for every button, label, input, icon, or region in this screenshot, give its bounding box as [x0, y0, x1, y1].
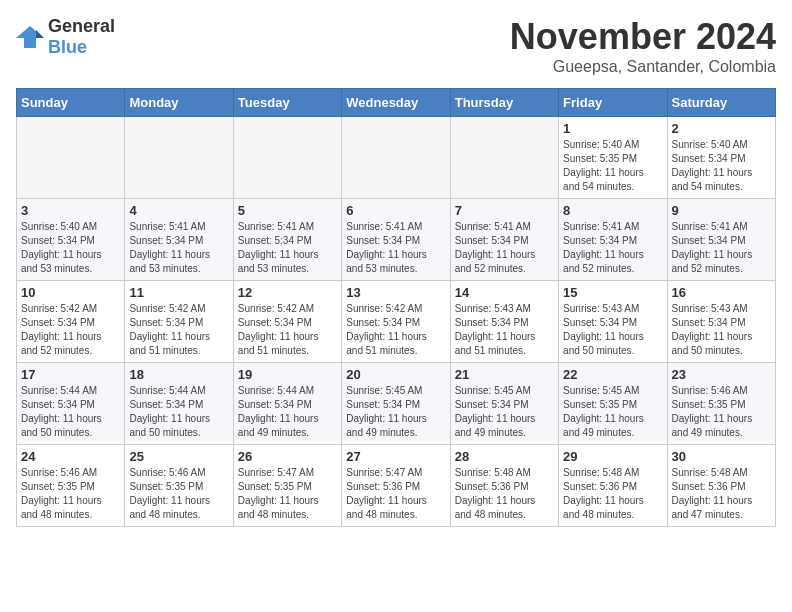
svg-marker-1: [36, 30, 44, 38]
calendar-cell: 11Sunrise: 5:42 AM Sunset: 5:34 PM Dayli…: [125, 281, 233, 363]
calendar-cell: 7Sunrise: 5:41 AM Sunset: 5:34 PM Daylig…: [450, 199, 558, 281]
day-info: Sunrise: 5:41 AM Sunset: 5:34 PM Dayligh…: [563, 220, 662, 276]
calendar-cell: 10Sunrise: 5:42 AM Sunset: 5:34 PM Dayli…: [17, 281, 125, 363]
calendar-cell: [17, 117, 125, 199]
calendar-cell: 21Sunrise: 5:45 AM Sunset: 5:34 PM Dayli…: [450, 363, 558, 445]
day-number: 15: [563, 285, 662, 300]
day-info: Sunrise: 5:42 AM Sunset: 5:34 PM Dayligh…: [21, 302, 120, 358]
weekday-header: Sunday: [17, 89, 125, 117]
day-number: 23: [672, 367, 771, 382]
day-number: 12: [238, 285, 337, 300]
day-info: Sunrise: 5:47 AM Sunset: 5:36 PM Dayligh…: [346, 466, 445, 522]
calendar-cell: 24Sunrise: 5:46 AM Sunset: 5:35 PM Dayli…: [17, 445, 125, 527]
day-number: 16: [672, 285, 771, 300]
calendar-cell: 23Sunrise: 5:46 AM Sunset: 5:35 PM Dayli…: [667, 363, 775, 445]
day-info: Sunrise: 5:44 AM Sunset: 5:34 PM Dayligh…: [129, 384, 228, 440]
day-info: Sunrise: 5:46 AM Sunset: 5:35 PM Dayligh…: [129, 466, 228, 522]
day-info: Sunrise: 5:40 AM Sunset: 5:34 PM Dayligh…: [21, 220, 120, 276]
calendar-cell: 4Sunrise: 5:41 AM Sunset: 5:34 PM Daylig…: [125, 199, 233, 281]
location: Gueepsa, Santander, Colombia: [510, 58, 776, 76]
day-info: Sunrise: 5:40 AM Sunset: 5:34 PM Dayligh…: [672, 138, 771, 194]
day-number: 25: [129, 449, 228, 464]
day-info: Sunrise: 5:48 AM Sunset: 5:36 PM Dayligh…: [672, 466, 771, 522]
month-title: November 2024: [510, 16, 776, 58]
calendar-cell: [450, 117, 558, 199]
calendar-cell: [342, 117, 450, 199]
day-number: 24: [21, 449, 120, 464]
day-info: Sunrise: 5:48 AM Sunset: 5:36 PM Dayligh…: [563, 466, 662, 522]
day-number: 13: [346, 285, 445, 300]
day-number: 5: [238, 203, 337, 218]
day-info: Sunrise: 5:45 AM Sunset: 5:34 PM Dayligh…: [346, 384, 445, 440]
logo-blue: Blue: [48, 37, 87, 57]
calendar-cell: 5Sunrise: 5:41 AM Sunset: 5:34 PM Daylig…: [233, 199, 341, 281]
title-section: November 2024 Gueepsa, Santander, Colomb…: [510, 16, 776, 76]
calendar-cell: 9Sunrise: 5:41 AM Sunset: 5:34 PM Daylig…: [667, 199, 775, 281]
day-info: Sunrise: 5:45 AM Sunset: 5:34 PM Dayligh…: [455, 384, 554, 440]
calendar-cell: 29Sunrise: 5:48 AM Sunset: 5:36 PM Dayli…: [559, 445, 667, 527]
weekday-header: Saturday: [667, 89, 775, 117]
calendar-week-row: 24Sunrise: 5:46 AM Sunset: 5:35 PM Dayli…: [17, 445, 776, 527]
day-number: 8: [563, 203, 662, 218]
calendar-cell: 8Sunrise: 5:41 AM Sunset: 5:34 PM Daylig…: [559, 199, 667, 281]
calendar-cell: 18Sunrise: 5:44 AM Sunset: 5:34 PM Dayli…: [125, 363, 233, 445]
day-info: Sunrise: 5:43 AM Sunset: 5:34 PM Dayligh…: [455, 302, 554, 358]
calendar-cell: 25Sunrise: 5:46 AM Sunset: 5:35 PM Dayli…: [125, 445, 233, 527]
day-number: 9: [672, 203, 771, 218]
calendar-cell: 19Sunrise: 5:44 AM Sunset: 5:34 PM Dayli…: [233, 363, 341, 445]
day-info: Sunrise: 5:41 AM Sunset: 5:34 PM Dayligh…: [346, 220, 445, 276]
day-number: 2: [672, 121, 771, 136]
logo: General Blue: [16, 16, 115, 58]
day-info: Sunrise: 5:43 AM Sunset: 5:34 PM Dayligh…: [563, 302, 662, 358]
calendar-cell: 15Sunrise: 5:43 AM Sunset: 5:34 PM Dayli…: [559, 281, 667, 363]
calendar-cell: 2Sunrise: 5:40 AM Sunset: 5:34 PM Daylig…: [667, 117, 775, 199]
calendar-cell: 22Sunrise: 5:45 AM Sunset: 5:35 PM Dayli…: [559, 363, 667, 445]
calendar-cell: 30Sunrise: 5:48 AM Sunset: 5:36 PM Dayli…: [667, 445, 775, 527]
day-info: Sunrise: 5:42 AM Sunset: 5:34 PM Dayligh…: [238, 302, 337, 358]
day-number: 28: [455, 449, 554, 464]
day-number: 29: [563, 449, 662, 464]
day-info: Sunrise: 5:42 AM Sunset: 5:34 PM Dayligh…: [129, 302, 228, 358]
calendar-cell: 28Sunrise: 5:48 AM Sunset: 5:36 PM Dayli…: [450, 445, 558, 527]
day-number: 4: [129, 203, 228, 218]
calendar-cell: [233, 117, 341, 199]
day-number: 14: [455, 285, 554, 300]
day-number: 26: [238, 449, 337, 464]
day-number: 27: [346, 449, 445, 464]
day-number: 11: [129, 285, 228, 300]
day-number: 3: [21, 203, 120, 218]
day-number: 6: [346, 203, 445, 218]
day-number: 1: [563, 121, 662, 136]
calendar-cell: 12Sunrise: 5:42 AM Sunset: 5:34 PM Dayli…: [233, 281, 341, 363]
calendar-cell: 27Sunrise: 5:47 AM Sunset: 5:36 PM Dayli…: [342, 445, 450, 527]
calendar-cell: 20Sunrise: 5:45 AM Sunset: 5:34 PM Dayli…: [342, 363, 450, 445]
day-info: Sunrise: 5:47 AM Sunset: 5:35 PM Dayligh…: [238, 466, 337, 522]
calendar-cell: 17Sunrise: 5:44 AM Sunset: 5:34 PM Dayli…: [17, 363, 125, 445]
weekday-header: Monday: [125, 89, 233, 117]
page-header: General Blue November 2024 Gueepsa, Sant…: [16, 16, 776, 76]
day-info: Sunrise: 5:48 AM Sunset: 5:36 PM Dayligh…: [455, 466, 554, 522]
day-number: 10: [21, 285, 120, 300]
day-info: Sunrise: 5:45 AM Sunset: 5:35 PM Dayligh…: [563, 384, 662, 440]
day-number: 17: [21, 367, 120, 382]
weekday-header: Thursday: [450, 89, 558, 117]
calendar-table: SundayMondayTuesdayWednesdayThursdayFrid…: [16, 88, 776, 527]
day-info: Sunrise: 5:43 AM Sunset: 5:34 PM Dayligh…: [672, 302, 771, 358]
calendar-week-row: 3Sunrise: 5:40 AM Sunset: 5:34 PM Daylig…: [17, 199, 776, 281]
calendar-cell: 14Sunrise: 5:43 AM Sunset: 5:34 PM Dayli…: [450, 281, 558, 363]
calendar-cell: 13Sunrise: 5:42 AM Sunset: 5:34 PM Dayli…: [342, 281, 450, 363]
calendar-cell: 6Sunrise: 5:41 AM Sunset: 5:34 PM Daylig…: [342, 199, 450, 281]
day-number: 19: [238, 367, 337, 382]
calendar-cell: 3Sunrise: 5:40 AM Sunset: 5:34 PM Daylig…: [17, 199, 125, 281]
day-info: Sunrise: 5:40 AM Sunset: 5:35 PM Dayligh…: [563, 138, 662, 194]
day-info: Sunrise: 5:42 AM Sunset: 5:34 PM Dayligh…: [346, 302, 445, 358]
day-info: Sunrise: 5:41 AM Sunset: 5:34 PM Dayligh…: [129, 220, 228, 276]
calendar-week-row: 1Sunrise: 5:40 AM Sunset: 5:35 PM Daylig…: [17, 117, 776, 199]
day-info: Sunrise: 5:41 AM Sunset: 5:34 PM Dayligh…: [455, 220, 554, 276]
logo-icon: [16, 26, 44, 48]
day-number: 18: [129, 367, 228, 382]
day-number: 21: [455, 367, 554, 382]
day-number: 7: [455, 203, 554, 218]
day-info: Sunrise: 5:46 AM Sunset: 5:35 PM Dayligh…: [21, 466, 120, 522]
day-info: Sunrise: 5:44 AM Sunset: 5:34 PM Dayligh…: [238, 384, 337, 440]
